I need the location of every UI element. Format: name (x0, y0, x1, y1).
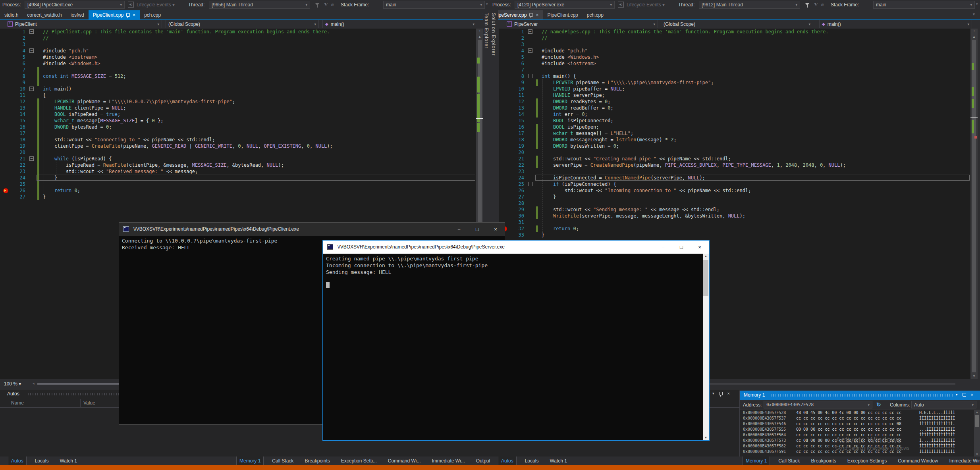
lifecycle-events-button[interactable]: Lifecycle Events ▾ (627, 2, 665, 8)
stack-frame-combo[interactable]: main▾ (873, 1, 975, 9)
toolbar-overflow-icon[interactable]: ▾ (976, 2, 978, 6)
tab-immediate-window[interactable]: Immediate Window (947, 457, 980, 465)
hscroll-left-icon[interactable]: ◂ (33, 381, 35, 385)
tab-PipeServer-cpp[interactable]: PipeServer.cpp× (490, 10, 543, 19)
breakpoint-icon[interactable] (3, 188, 8, 193)
suspend-filter-icon[interactable]: ⌀ (821, 2, 824, 7)
member-dropdown[interactable]: ◆main()▾ (322, 20, 477, 28)
tab-immediate-wi-[interactable]: Immediate Wi... (429, 457, 467, 465)
close-icon[interactable]: × (727, 391, 730, 396)
window-position-icon[interactable]: ▾ (712, 391, 714, 395)
fold-collapse-icon[interactable]: – (29, 156, 34, 161)
scroll-up-icon[interactable]: ▲ (970, 35, 978, 39)
scroll-down-icon[interactable]: ▼ (974, 453, 980, 456)
fold-collapse-icon[interactable]: – (528, 29, 532, 34)
toggle-flagged-icon[interactable]: ⧨ (814, 2, 818, 7)
filter-threads-icon[interactable] (315, 3, 319, 6)
tab-locals[interactable]: Locals (32, 457, 52, 465)
minimize-button[interactable]: − (450, 223, 468, 236)
process-combo[interactable]: [4984] PipeClient.exe▾ (25, 1, 125, 9)
tab-list-chevron-icon[interactable]: ▼ (972, 12, 976, 16)
lifecycle-events-button[interactable]: Lifecycle Events ▾ (137, 2, 175, 8)
scope-dropdown[interactable]: (Global Scope)▾ (661, 20, 813, 28)
toggle-flagged-icon[interactable]: ⧨ (324, 2, 328, 7)
side-tab-team-explorer[interactable]: Team Explorer (484, 13, 489, 48)
tab-PipeClient-cpp[interactable]: PipeClient.cpp (543, 10, 582, 19)
project-dropdown[interactable]: PipeClient▾ (5, 20, 162, 28)
tab-call-stack[interactable]: Call Stack (269, 457, 296, 465)
pin-icon[interactable] (963, 393, 966, 397)
tab-output[interactable]: Output (473, 457, 490, 465)
pin-icon[interactable] (529, 13, 533, 17)
scroll-up-icon[interactable]: ▲ (974, 410, 980, 414)
scroll-down-icon[interactable]: ▼ (703, 436, 709, 439)
member-dropdown[interactable]: ◆main()▾ (819, 20, 972, 28)
project-dropdown[interactable]: PipeServer▾ (504, 20, 658, 28)
tab-autos[interactable]: Autos (8, 457, 27, 465)
zoom-level-dropdown[interactable]: 100 % ▾ (4, 381, 21, 387)
close-button[interactable]: × (486, 223, 505, 236)
tab-command-wi-[interactable]: Command Wi... (385, 457, 424, 465)
scrollbar-thumb[interactable] (703, 260, 708, 296)
tab-iosfwd[interactable]: iosfwd (66, 10, 89, 19)
toolbar-overflow-icon[interactable]: ▾ (486, 2, 488, 6)
close-icon[interactable]: × (133, 12, 135, 18)
scroll-up-icon[interactable]: ▲ (476, 35, 483, 39)
splitter-handle-icon[interactable]: ↕ (970, 29, 978, 33)
console-title-bar[interactable]: \\VBOXSVR\Experiments\namedPipes\namedPi… (323, 241, 709, 254)
refresh-icon[interactable]: ↻ (876, 401, 881, 408)
window-position-icon[interactable]: ▾ (956, 393, 958, 397)
tab-PipeClient-cpp[interactable]: PipeClient.cpp× (89, 10, 140, 19)
thread-combo[interactable]: [9612] Main Thread▾ (699, 1, 800, 9)
tab-memory-1[interactable]: Memory 1 (236, 457, 264, 465)
pin-icon[interactable] (719, 392, 723, 395)
splitter-handle-icon[interactable]: ↕ (476, 29, 483, 33)
fold-collapse-icon[interactable]: – (528, 182, 532, 186)
scroll-up-icon[interactable]: ▲ (703, 254, 709, 258)
address-combo[interactable]: 0x000000E43057F528▾ (764, 401, 872, 408)
tab-memory-1[interactable]: Memory 1 (743, 457, 770, 465)
scope-dropdown[interactable]: (Global Scope)▾ (166, 20, 319, 28)
close-button[interactable]: × (691, 241, 709, 254)
stack-frame-combo[interactable]: main▾ (383, 1, 485, 9)
tab-pch-cpp[interactable]: pch.cpp (140, 10, 165, 19)
fold-collapse-icon[interactable]: – (528, 74, 532, 78)
tab-breakpoints[interactable]: Breakpoints (808, 457, 839, 465)
memory-scrollbar[interactable]: ▲▼ (974, 410, 980, 457)
tab-locals[interactable]: Locals (522, 457, 542, 465)
fold-collapse-icon[interactable]: – (29, 48, 34, 53)
console-window-server[interactable]: \\VBOXSVR\Experiments\namedPipes\namedPi… (322, 240, 710, 441)
thread-combo[interactable]: [9656] Main Thread▾ (209, 1, 310, 9)
tab-pch-cpp[interactable]: pch.cpp (583, 10, 608, 19)
maximize-button[interactable]: □ (672, 241, 691, 254)
tab-watch-1[interactable]: Watch 1 (547, 457, 570, 465)
close-icon[interactable]: × (536, 12, 538, 18)
tab-watch-1[interactable]: Watch 1 (57, 457, 80, 465)
tab-corecrt_wstdio-h[interactable]: corecrt_wstdio.h (23, 10, 66, 19)
pin-icon[interactable] (126, 13, 130, 17)
tab-exception-settings[interactable]: Exception Settings (845, 457, 889, 465)
tab-stdio-h[interactable]: stdio.h (0, 10, 23, 19)
filter-threads-icon[interactable] (805, 3, 809, 6)
tab-command-window[interactable]: Command Window (895, 457, 941, 465)
columns-combo[interactable]: Auto▾ (911, 401, 976, 408)
fold-collapse-icon[interactable]: – (29, 29, 34, 34)
maximize-button[interactable]: □ (468, 223, 486, 236)
scrollbar-thumb[interactable] (975, 415, 979, 427)
close-icon[interactable]: × (971, 392, 973, 397)
console-title-bar[interactable]: \\VBOXSVR\Experiments\namedPipes\namedPi… (119, 223, 505, 236)
suspend-filter-icon[interactable]: ⌀ (331, 2, 334, 7)
editor-vertical-scrollbar[interactable]: ↕▲▼ (970, 29, 978, 379)
memory-title-bar[interactable]: Memory 1▾× (740, 391, 980, 400)
tab-exception-setti-[interactable]: Exception Setti... (338, 457, 380, 465)
console-scrollbar[interactable]: ▲▼ (703, 254, 709, 440)
fold-collapse-icon[interactable]: – (528, 48, 532, 53)
side-tab-solution-explorer[interactable]: Solution Explorer (491, 13, 496, 56)
tab-autos[interactable]: Autos (498, 457, 517, 465)
minimize-button[interactable]: − (654, 241, 672, 254)
tab-breakpoints[interactable]: Breakpoints (302, 457, 332, 465)
tab-call-stack[interactable]: Call Stack (776, 457, 803, 465)
fold-collapse-icon[interactable]: – (29, 87, 34, 91)
process-combo[interactable]: [4120] PipeServer.exe▾ (515, 1, 615, 9)
scroll-down-icon[interactable]: ▼ (970, 374, 978, 378)
